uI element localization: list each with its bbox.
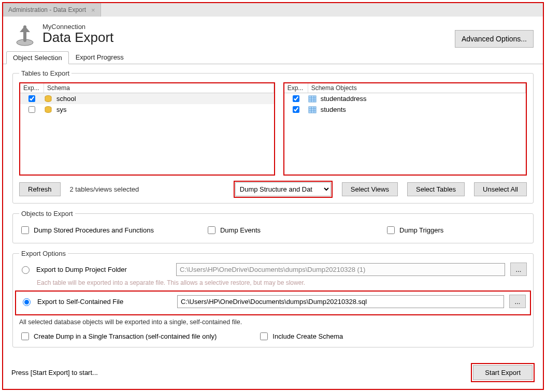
dump-triggers-option[interactable]: Dump Triggers (385, 225, 443, 236)
page-header: MyConnection Data Export Advanced Option… (3, 17, 543, 52)
objects-header-export[interactable]: Exp... (284, 83, 308, 93)
document-tab[interactable]: Administration - Data Export × (3, 3, 101, 17)
schema-header-export[interactable]: Exp... (20, 83, 44, 93)
project-hint: Each table will be exported into a separ… (37, 279, 527, 286)
table-checkbox[interactable] (293, 95, 299, 102)
export-self-label: Export to Self-Contained File (37, 298, 172, 306)
app-window: Administration - Data Export × MyConnect… (2, 2, 544, 390)
start-export-button[interactable]: Start Export (473, 365, 533, 380)
svg-rect-3 (309, 96, 316, 102)
export-self-row: Export to Self-Contained File ... (20, 295, 526, 308)
export-self-radio[interactable] (23, 298, 31, 306)
export-project-radio[interactable] (22, 266, 30, 274)
dump-content-select[interactable]: Dump Structure and Dat (235, 182, 331, 196)
project-path-input (176, 263, 505, 276)
include-create-schema-option[interactable]: Include Create Schema (258, 331, 343, 342)
tab-export-progress[interactable]: Export Progress (69, 51, 131, 64)
database-icon (44, 95, 53, 103)
dump-procs-checkbox[interactable] (21, 226, 29, 234)
tables-to-export-group: Tables to Export Exp... Schema school (12, 69, 534, 204)
export-project-row: Export to Dump Project Folder ... (19, 263, 527, 276)
table-row[interactable]: studentaddress (284, 93, 526, 104)
schema-checkbox[interactable] (28, 106, 35, 113)
sub-tab-bar: Object Selection Export Progress (3, 51, 543, 64)
include-create-schema-checkbox[interactable] (260, 332, 268, 340)
schema-checkbox[interactable] (28, 95, 35, 102)
single-transaction-option[interactable]: Create Dump in a Single Transaction (sel… (19, 331, 217, 342)
table-row[interactable]: students (284, 104, 526, 115)
svg-rect-8 (309, 107, 316, 113)
close-icon[interactable]: × (91, 6, 95, 14)
dump-triggers-checkbox[interactable] (387, 226, 395, 234)
self-path-input[interactable] (177, 295, 504, 308)
advanced-options-button[interactable]: Advanced Options... (455, 30, 534, 48)
table-icon (308, 106, 318, 113)
export-options-legend: Export Options (19, 250, 68, 257)
select-views-button[interactable]: Select Views (342, 182, 398, 196)
footer: Press [Start Export] to start... Start E… (3, 359, 543, 388)
page-title: Data Export (42, 30, 113, 46)
table-checkbox[interactable] (293, 106, 299, 113)
objects-to-export-group: Objects to Export Dump Stored Procedures… (12, 210, 534, 243)
table-icon (308, 95, 318, 103)
selection-status: 2 tables/views selected (70, 185, 139, 193)
document-tab-title: Administration - Data Export (8, 6, 86, 13)
dump-events-option[interactable]: Dump Events (206, 225, 261, 236)
objects-to-export-legend: Objects to Export (19, 210, 75, 217)
footer-hint: Press [Start Export] to start... (11, 369, 98, 376)
self-browse-button[interactable]: ... (509, 295, 526, 308)
project-browse-button[interactable]: ... (510, 263, 527, 276)
table-name: studentaddress (321, 95, 367, 103)
select-tables-button[interactable]: Select Tables (407, 182, 465, 196)
schema-name: sys (56, 106, 67, 113)
export-icon (12, 23, 37, 48)
unselect-all-button[interactable]: Unselect All (474, 182, 527, 196)
schema-name: school (56, 95, 76, 103)
schema-list[interactable]: Exp... Schema school (19, 82, 275, 176)
export-project-label: Export to Dump Project Folder (36, 266, 171, 273)
document-tab-strip: Administration - Data Export × (3, 3, 543, 17)
dump-procs-option[interactable]: Dump Stored Procedures and Functions (19, 225, 154, 236)
export-options-group: Export Options Export to Dump Project Fo… (12, 250, 534, 347)
dump-events-checkbox[interactable] (208, 226, 215, 234)
schema-row[interactable]: school (20, 93, 274, 104)
self-description: All selected database objects will be ex… (19, 318, 527, 326)
tab-object-selection[interactable]: Object Selection (6, 51, 69, 64)
objects-list[interactable]: Exp... Schema Objects studentaddress (283, 82, 527, 176)
objects-header-objects[interactable]: Schema Objects (308, 83, 526, 93)
single-transaction-checkbox[interactable] (21, 332, 29, 340)
schema-row[interactable]: sys (20, 104, 274, 115)
database-icon (44, 106, 53, 113)
table-name: students (321, 106, 346, 113)
tables-to-export-legend: Tables to Export (19, 69, 71, 77)
refresh-button[interactable]: Refresh (19, 182, 61, 196)
schema-header-schema[interactable]: Schema (44, 83, 274, 93)
